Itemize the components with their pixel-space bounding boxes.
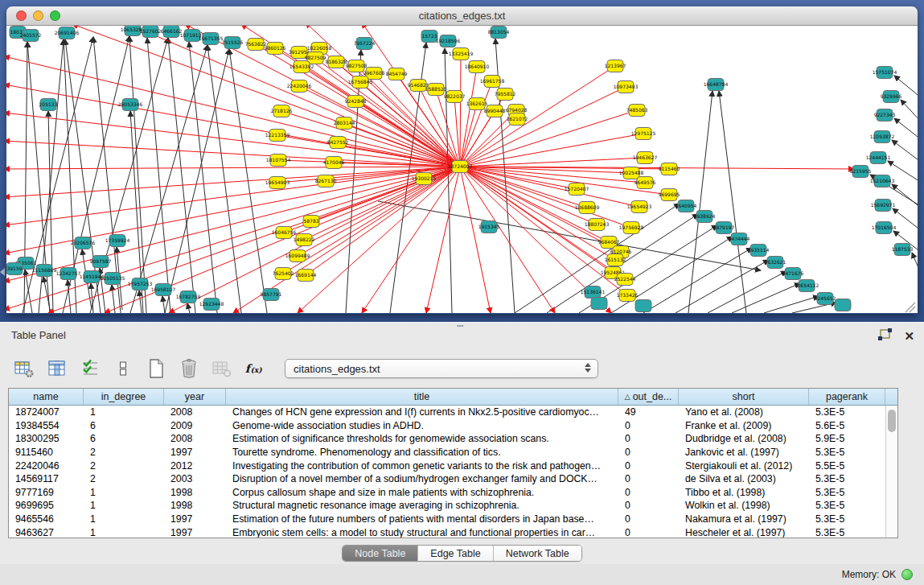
- network-node[interactable]: [635, 300, 651, 312]
- table-cell[interactable]: Franke et al. (2009): [679, 420, 809, 431]
- table-cell[interactable]: 2: [84, 447, 164, 458]
- table-cell[interactable]: 1: [84, 527, 164, 538]
- zoom-window-button[interactable]: [50, 10, 60, 21]
- table-cell[interactable]: Corpus callosum shape and size in male p…: [226, 487, 618, 498]
- table-cell[interactable]: 22420046: [9, 460, 84, 472]
- table-cell[interactable]: 2008: [164, 406, 226, 418]
- citation-network-graph[interactable]: 1803324055722069140610653287152760264661…: [6, 26, 918, 313]
- table-cell[interactable]: 1997: [164, 513, 226, 525]
- table-cell[interactable]: Hescheler et al. (1997): [679, 527, 809, 538]
- table-cell[interactable]: Investigating the contribution of common…: [226, 460, 618, 472]
- table-cell[interactable]: 6: [84, 420, 164, 431]
- memory-status-indicator[interactable]: [901, 569, 913, 580]
- function-builder-icon[interactable]: f (x): [244, 357, 266, 380]
- table-cell[interactable]: Wolkin et al. (1998): [679, 500, 809, 511]
- table-cell[interactable]: 9463627: [9, 527, 84, 538]
- table-cell[interactable]: 1998: [164, 487, 226, 498]
- table-cell[interactable]: 5.6E-5: [809, 420, 885, 431]
- table-source-select[interactable]: citations_edges.txt: [285, 359, 598, 378]
- table-cell[interactable]: Embryonic stem cells: a model to study s…: [226, 527, 618, 538]
- table-cell[interactable]: 2008: [164, 433, 226, 444]
- table-cell[interactable]: 9777169: [9, 487, 84, 498]
- table-cell[interactable]: Tourette syndrome. Phenomenology and cla…: [226, 447, 618, 458]
- table-cell[interactable]: 1: [84, 500, 164, 511]
- table-cell[interactable]: 19384554: [9, 420, 84, 431]
- column-header-out_de[interactable]: △out_de...: [618, 389, 679, 405]
- table-cell[interactable]: 1997: [164, 447, 226, 458]
- table-cell[interactable]: 0: [618, 433, 679, 444]
- new-table-icon[interactable]: [145, 357, 167, 380]
- table-row[interactable]: 946554611997Estimation of the future num…: [9, 513, 885, 526]
- close-panel-icon[interactable]: ✕: [904, 329, 914, 344]
- table-cell[interactable]: 5.3E-5: [809, 513, 885, 525]
- table-cell[interactable]: Genome-wide association studies in ADHD.: [226, 420, 618, 431]
- table-cell[interactable]: 6: [84, 433, 164, 444]
- table-cell[interactable]: Structural magnetic resonance image aver…: [226, 500, 618, 511]
- table-row[interactable]: 1830029562008Estimation of significance …: [9, 432, 885, 446]
- table-cell[interactable]: Nakamura et al. (1997): [679, 513, 809, 525]
- table-row[interactable]: 969969511998Structural magnetic resonanc…: [9, 499, 885, 513]
- window-resize-grip-icon[interactable]: [906, 303, 915, 312]
- table-cell[interactable]: 0: [618, 460, 679, 472]
- table-cell[interactable]: 49: [618, 406, 679, 418]
- table-cell[interactable]: 0: [618, 500, 679, 511]
- show-column-icon[interactable]: [46, 357, 68, 380]
- table-cell[interactable]: Jankovic et al. (1997): [679, 447, 809, 458]
- table-row[interactable]: 911546021997Tourette syndrome. Phenomeno…: [9, 446, 885, 459]
- table-cell[interactable]: Tibbo et al. (1998): [679, 487, 809, 498]
- table-cell[interactable]: 0: [618, 487, 679, 498]
- table-row[interactable]: 2242004622012Investigating the contribut…: [9, 459, 885, 472]
- table-cell[interactable]: 1: [84, 406, 164, 418]
- network-view-window[interactable]: citations_edges.txt 18033240557220691406…: [6, 6, 918, 314]
- table-row[interactable]: 1456911722003Disruption of a novel membe…: [9, 472, 885, 486]
- table-cell[interactable]: Stergiakouli et al. (2012): [679, 460, 809, 472]
- tab-node-table[interactable]: Node Table: [343, 546, 418, 561]
- table-cell[interactable]: 5.3E-5: [809, 473, 885, 484]
- table-cell[interactable]: 2012: [164, 460, 226, 472]
- table-cell[interactable]: 5.9E-5: [809, 433, 885, 444]
- network-node[interactable]: [591, 298, 607, 310]
- table-cell[interactable]: 1997: [164, 527, 226, 538]
- table-cell[interactable]: Yano et al. (2008): [679, 406, 809, 418]
- table-cell[interactable]: Estimation of the future numbers of pati…: [226, 513, 618, 525]
- window-titlebar[interactable]: citations_edges.txt: [6, 6, 918, 26]
- network-canvas[interactable]: 1803324055722069140610653287152760264661…: [6, 26, 918, 313]
- table-cell[interactable]: 18300295: [9, 433, 84, 444]
- float-panel-icon[interactable]: [877, 328, 893, 345]
- column-header-pagerank[interactable]: pagerank: [809, 389, 885, 405]
- delete-column-icon[interactable]: [178, 357, 200, 380]
- table-cell[interactable]: 0: [618, 473, 679, 484]
- table-cell[interactable]: de Silva et al. (2003): [679, 473, 809, 484]
- table-cell[interactable]: 2003: [164, 473, 226, 484]
- table-mode-icon[interactable]: [13, 357, 35, 380]
- tab-network-table[interactable]: Network Table: [494, 546, 581, 561]
- table-scrollbar-thumb[interactable]: [888, 410, 896, 432]
- close-window-button[interactable]: [16, 10, 27, 21]
- table-cell[interactable]: 9465546: [9, 513, 84, 525]
- table-row[interactable]: 946362711997Embryonic stem cells: a mode…: [9, 525, 885, 538]
- table-cell[interactable]: 5.5E-5: [809, 460, 885, 472]
- select-columns-icon[interactable]: [79, 357, 101, 380]
- table-cell[interactable]: 5.3E-5: [809, 487, 885, 498]
- column-header-title[interactable]: title: [226, 389, 618, 405]
- table-cell[interactable]: 5.3E-5: [809, 527, 885, 538]
- table-cell[interactable]: 2009: [164, 420, 226, 431]
- table-cell[interactable]: 1: [84, 513, 164, 525]
- column-header-year[interactable]: year: [164, 389, 226, 405]
- table-cell[interactable]: 0: [618, 513, 679, 525]
- network-node[interactable]: [835, 299, 851, 311]
- table-cell[interactable]: 0: [618, 420, 679, 431]
- table-cell[interactable]: 9115460: [9, 447, 84, 458]
- table-row[interactable]: 1872400712008Changes of HCN gene express…: [9, 406, 885, 419]
- table-cell[interactable]: Estimation of significance thresholds fo…: [226, 433, 618, 444]
- row-selector-icon[interactable]: [112, 357, 134, 380]
- table-cell[interactable]: 9699695: [9, 500, 84, 511]
- collapse-panel-arrow-icon[interactable]: [0, 268, 5, 276]
- table-cell[interactable]: 14569117: [9, 473, 84, 484]
- column-header-in_degree[interactable]: in_degree: [84, 389, 164, 405]
- table-cell[interactable]: 5.3E-5: [809, 500, 885, 511]
- table-cell[interactable]: 18724007: [9, 406, 84, 418]
- table-row[interactable]: 977716911998Corpus callosum shape and si…: [9, 486, 885, 500]
- column-header-name[interactable]: name: [9, 389, 84, 405]
- table-cell[interactable]: 1: [84, 487, 164, 498]
